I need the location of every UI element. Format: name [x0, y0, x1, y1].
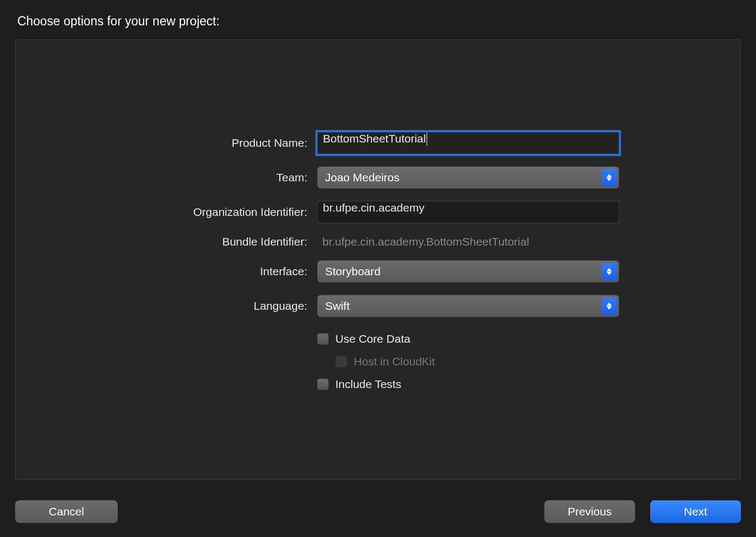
use-core-data-label: Use Core Data [335, 332, 410, 345]
org-id-value: br.ufpe.cin.academy [323, 201, 424, 214]
next-button[interactable]: Next [650, 500, 741, 523]
use-core-data-row[interactable]: Use Core Data [317, 331, 619, 346]
org-id-label: Organization Identifier: [16, 206, 307, 219]
language-select-value: Swift [325, 300, 350, 312]
cancel-button[interactable]: Cancel [15, 500, 118, 523]
product-name-input[interactable]: BottomSheetTutorial [317, 132, 619, 154]
bundle-id-label: Bundle Identifier: [16, 235, 307, 248]
team-select[interactable]: Joao Medeiros [317, 166, 619, 189]
bundle-id-value: br.ufpe.cin.academy.BottomSheetTutorial [317, 235, 529, 248]
previous-button[interactable]: Previous [544, 500, 635, 523]
dialog-title: Choose options for your new project: [15, 0, 741, 39]
product-name-value: BottomSheetTutorial [323, 132, 426, 145]
select-stepper-icon [602, 263, 617, 280]
org-id-input[interactable]: br.ufpe.cin.academy [317, 201, 619, 223]
include-tests-checkbox[interactable] [317, 378, 329, 390]
options-panel: Product Name: BottomSheetTutorial Team: … [15, 39, 741, 480]
select-stepper-icon [602, 297, 617, 315]
include-tests-label: Include Tests [335, 378, 401, 391]
dialog-button-bar: Cancel Previous Next [15, 480, 741, 523]
host-cloudkit-label: Host in CloudKit [354, 355, 435, 368]
language-select[interactable]: Swift [317, 295, 619, 317]
language-label: Language: [16, 300, 307, 312]
text-caret [427, 133, 427, 146]
host-cloudkit-row: Host in CloudKit [317, 354, 619, 369]
select-stepper-icon [602, 169, 617, 186]
host-cloudkit-checkbox [335, 356, 347, 368]
interface-label: Interface: [16, 265, 307, 278]
include-tests-row[interactable]: Include Tests [317, 377, 619, 392]
new-project-options-dialog: Choose options for your new project: Pro… [0, 0, 756, 537]
interface-select[interactable]: Storyboard [317, 260, 619, 283]
product-name-label: Product Name: [16, 137, 307, 149]
team-select-value: Joao Medeiros [325, 171, 400, 184]
use-core-data-checkbox[interactable] [317, 333, 329, 345]
options-form: Product Name: BottomSheetTutorial Team: … [16, 132, 740, 392]
interface-select-value: Storyboard [325, 265, 381, 278]
team-label: Team: [16, 171, 307, 184]
